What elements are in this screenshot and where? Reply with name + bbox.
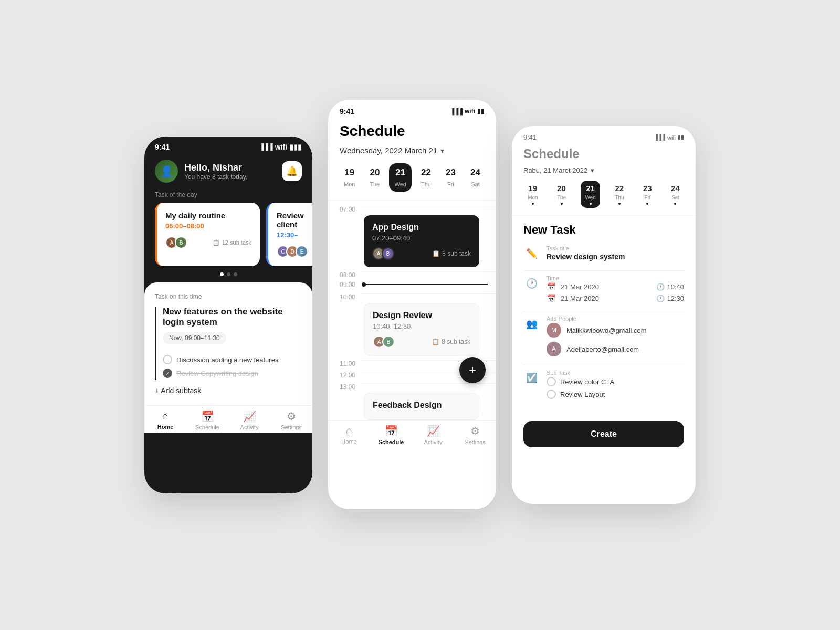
subtask-content: Sub Task Review color CTA Review Layout [547, 370, 684, 399]
task-1-avatars: A B [165, 236, 184, 249]
phone-new-task: 9:41 ▐▐▐ wifi ▮▮ Schedule Rabu, 21 Maret… [512, 126, 696, 504]
nav2-settings-label: Settings [465, 439, 486, 445]
time-field: 🕐 Time 📅 21 Mar 2020 🕐 10:40 [523, 275, 684, 302]
cal3-day-22[interactable]: 22 Thu [611, 181, 628, 208]
signal-icon-2: ▐▐▐ [450, 108, 463, 114]
cal-day-22[interactable]: 22 Thu [416, 163, 436, 192]
signal-icon: ▐▐▐ [259, 143, 273, 151]
event-app-design[interactable]: App Design 07:20–09:40 A B 📋8 sub task [364, 215, 488, 267]
activity-icon-2: 📈 [427, 425, 440, 437]
add-subtask-button[interactable]: + Add subtask [155, 386, 302, 395]
schedule-date-row[interactable]: Wednesday, 2022 March 21 ▾ [328, 146, 496, 163]
event-design-review[interactable]: Design Review 10:40–12:30 A B 📋8 sub tas… [364, 303, 488, 356]
event-1-title: App Design [372, 223, 471, 232]
task-card-2[interactable]: Review client 12:30– C D E [266, 203, 312, 266]
status-icons-2: ▐▐▐ wifi ▮▮ [450, 107, 485, 116]
nav2-activity[interactable]: 📈 Activity [412, 425, 454, 445]
time-fields: 📅 21 Mar 2020 🕐 10:40 📅 21 Mar 2020 [547, 282, 684, 302]
home-icon-2: ⌂ [346, 425, 352, 437]
nav2-home[interactable]: ⌂ Home [328, 425, 370, 445]
task-title-value: Review design system [547, 253, 684, 261]
time-val-2: 12:30 [667, 295, 684, 302]
status-icons-3: ▐▐▐ wifi ▮▮ [654, 133, 684, 141]
subtask-list: Review color CTA Review Layout [547, 377, 684, 399]
create-button[interactable]: Create [523, 421, 684, 447]
calendar-icon-2: 📅 [547, 294, 555, 302]
task-title-label: Task title [547, 245, 684, 251]
new-task-title: New Task [523, 223, 684, 237]
time-val-1: 10:40 [667, 283, 684, 291]
person-row-2: A Adeliaberto@gmail.com [547, 342, 684, 356]
nav2-schedule[interactable]: 📅 Schedule [370, 425, 412, 445]
cal3-day-20[interactable]: 20 Tue [553, 181, 570, 208]
time-date-1: 21 Mar 2020 [561, 283, 599, 291]
divider-1 [523, 270, 684, 271]
cal-day-20[interactable]: 20 Tue [365, 163, 385, 192]
new-task-section: New Task ✏️ Task title Review design sys… [512, 216, 696, 415]
status-time-2: 9:41 [340, 107, 354, 116]
cal-day-23[interactable]: 23 Fri [440, 163, 461, 192]
chevron-icon-3: ▾ [591, 166, 594, 174]
time-07: 07:00 [328, 201, 496, 213]
nav2-settings[interactable]: ⚙ Settings [454, 425, 496, 445]
greeting: Hello, Nishar [184, 162, 247, 173]
event-2-footer: A B 📋8 sub task [373, 335, 470, 348]
status-bar-3: 9:41 ▐▐▐ wifi ▮▮ [512, 126, 696, 144]
event-1-footer: A B 📋8 sub task [372, 247, 471, 260]
time-label-12: 12:00 [340, 372, 362, 379]
people-list: M Malikkwibowo@gmail.com A Adeliaberto@g… [547, 323, 684, 356]
event-1-avatars: A B [372, 247, 391, 260]
cal-day-19[interactable]: 19 Mon [339, 163, 360, 192]
people-label: Add People [547, 316, 684, 322]
status-bar-2: 9:41 ▐▐▐ wifi ▮▮ [328, 100, 496, 119]
nav-schedule[interactable]: 📅 Schedule [186, 410, 228, 430]
time-label-10: 10:00 [340, 293, 362, 301]
cal3-day-24[interactable]: 24 Sat [667, 181, 684, 208]
battery-icon-2: ▮▮ [477, 108, 485, 115]
time-row-1: 📅 21 Mar 2020 🕐 10:40 [547, 282, 684, 291]
person-email-2: Adeliaberto@gmail.com [566, 345, 639, 353]
status-icons-1: ▐▐▐ wifi ▮▮▮ [259, 143, 302, 151]
nav-home-label: Home [158, 424, 174, 430]
person-row-1: M Malikkwibowo@gmail.com [547, 323, 684, 338]
cal-day-21[interactable]: 21 Wed [389, 163, 411, 192]
nav-settings[interactable]: ⚙ Settings [270, 410, 312, 430]
notification-button[interactable]: 🔔 [282, 161, 302, 181]
task-card-1[interactable]: My daily routine 06:00–08:00 A B 📋 12 su… [155, 203, 260, 266]
subtask-text-2: Review Layout [560, 391, 605, 398]
nav2-activity-label: Activity [424, 439, 443, 445]
activity-icon: 📈 [243, 410, 256, 423]
status-bar-1: 9:41 ▐▐▐ wifi ▮▮▮ [144, 136, 312, 155]
cal3-day-19[interactable]: 19 Mon [523, 181, 542, 208]
event-feedback-design[interactable]: Feedback Design [364, 393, 488, 420]
schedule-title: Schedule [328, 119, 496, 146]
subtask-check-2 [547, 390, 556, 399]
subtask-item-1: Discussion adding a new features [163, 353, 302, 366]
divider-3 [523, 365, 684, 365]
mini-avatar-2: B [175, 236, 187, 249]
task-of-day-label: Task of the day [144, 191, 312, 203]
schedule-icon: 📅 [201, 410, 214, 423]
nav-home[interactable]: ⌂ Home [144, 410, 186, 430]
fab-add-button[interactable]: + [459, 357, 486, 383]
subtask-row-1: Review color CTA [547, 377, 684, 386]
date-row-3[interactable]: Rabu, 21 Maret 2022 ▾ [512, 166, 696, 181]
event-avatar-4: B [382, 335, 395, 348]
wifi-icon: wifi [275, 143, 287, 151]
task-1-time: 06:00–08:00 [165, 222, 251, 230]
nav2-home-label: Home [341, 438, 356, 445]
cal3-day-21[interactable]: 21 Wed [581, 181, 600, 208]
nav-activity[interactable]: 📈 Activity [228, 410, 270, 430]
wifi-icon-3: wifi [667, 134, 676, 141]
task-cards-row: My daily routine 06:00–08:00 A B 📋 12 su… [144, 203, 312, 266]
user-text: Hello, Nishar You have 8 task today. [184, 162, 247, 181]
dot-2 [227, 272, 230, 276]
subtask-badge-1: 📋 12 sub task [213, 239, 251, 246]
status-time-3: 9:41 [523, 133, 537, 141]
calendar-week-2: 19 Mon 20 Tue 21 Wed 22 Thu 23 Fri 24 Sa… [328, 163, 496, 201]
cal-day-24[interactable]: 24 Sat [465, 163, 486, 192]
phone-schedule: 9:41 ▐▐▐ wifi ▮▮ Schedule Wednesday, 202… [328, 100, 496, 509]
mini-avatar-5: E [296, 245, 308, 258]
clock-icon-2: 🕐 [656, 295, 665, 302]
cal3-day-23[interactable]: 23 Fri [639, 181, 656, 208]
